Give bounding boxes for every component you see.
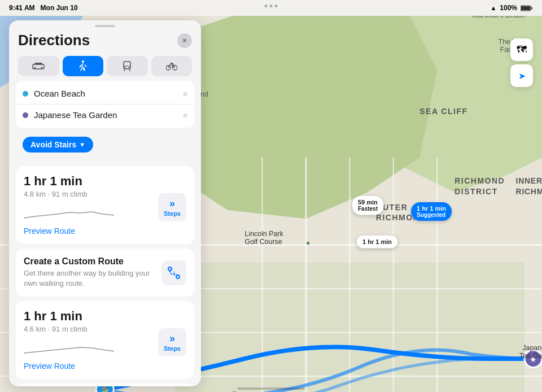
chevron-down-icon: ▼: [79, 141, 85, 148]
location-icon: ➤: [518, 71, 526, 81]
svg-rect-1: [521, 6, 530, 10]
svg-point-66: [176, 275, 180, 278]
avoid-stairs-label: Avoid Stairs: [30, 140, 76, 149]
transport-car-tab[interactable]: [18, 56, 59, 76]
transit-icon: [122, 61, 132, 71]
steps-button-1[interactable]: » Steps: [158, 193, 186, 221]
svg-point-65: [168, 267, 172, 271]
svg-text:Golf Course: Golf Course: [245, 238, 282, 246]
end-location: Japanese Tea Garden: [34, 110, 183, 120]
transport-tabs: [9, 51, 201, 81]
svg-text:DISTRICT: DISTRICT: [454, 187, 498, 196]
suggested-callout[interactable]: 1 hr 1 min Suggested: [411, 202, 452, 221]
steps-label-2: Steps: [164, 345, 181, 352]
svg-text:●: ●: [306, 239, 310, 247]
directions-panel: Directions ×: [9, 20, 201, 386]
end-drag-handle: ≡: [183, 111, 187, 120]
preview-route-2-link[interactable]: Preview Route: [24, 361, 75, 371]
avoid-stairs-button[interactable]: Avoid Stairs ▼: [23, 137, 93, 153]
end-dot: [23, 112, 28, 118]
preview-route-1-link[interactable]: Preview Route: [24, 227, 75, 236]
suggested-time: 1 hr 1 min: [417, 205, 446, 212]
route-1-elevation: [24, 204, 114, 222]
close-button[interactable]: ×: [177, 33, 192, 48]
svg-text:Marshall's Beach: Marshall's Beach: [472, 16, 525, 19]
top-dots: [265, 5, 278, 7]
elevation-chart-1: [24, 204, 114, 221]
start-input-row[interactable]: Ocean Beach ≡: [16, 83, 194, 104]
route-inputs: Ocean Beach ≡ Japanese Tea Garden ≡: [16, 81, 194, 128]
end-input-row[interactable]: Japanese Tea Garden ≡: [16, 104, 194, 125]
battery-level: 100%: [500, 4, 517, 12]
status-time: 9:41 AM Mon Jun 10: [9, 4, 78, 12]
svg-point-60: [129, 67, 130, 68]
panel-title: Directions: [18, 32, 90, 49]
home-indicator: [237, 387, 305, 390]
route-2-elevation: [24, 339, 114, 357]
elevation-chart-2: [24, 339, 114, 356]
panel-header: Directions ×: [9, 27, 201, 51]
svg-point-56: [82, 60, 84, 63]
steps-button-2[interactable]: » Steps: [158, 328, 186, 356]
route-2-detail: 4.6 km · 91 m climb: [24, 325, 114, 333]
map-layers-icon: 🗺: [517, 44, 527, 56]
battery-icon: [521, 5, 533, 11]
custom-route-icon: [161, 260, 186, 285]
route-card-3[interactable]: 59 min 4.6 km · 91 m climb » Steps: [16, 384, 194, 386]
steps-chevron-icon-1: »: [169, 198, 175, 210]
custom-route-svg: [167, 265, 181, 280]
svg-point-67: [173, 271, 176, 274]
svg-point-59: [125, 67, 126, 68]
location-button[interactable]: ➤: [510, 64, 533, 87]
suggested-label: Suggested: [417, 212, 446, 218]
steps-chevron-icon-2: »: [169, 333, 175, 345]
route-2-time: 1 hr 1 min: [24, 309, 114, 324]
start-dot: [23, 91, 28, 97]
custom-route-desc: Get there another way by building your o…: [24, 268, 155, 289]
svg-rect-2: [531, 7, 532, 9]
walk-icon: [79, 60, 87, 72]
transport-bike-tab[interactable]: [151, 56, 193, 76]
map-button-group: 🗺 ➤: [510, 38, 533, 87]
plain-time: 1 hr 1 min: [362, 238, 392, 245]
svg-text:Japanese: Japanese: [522, 344, 542, 352]
map-layers-button[interactable]: 🗺: [510, 38, 533, 61]
fastest-time: 59 min: [358, 199, 378, 206]
start-location: Ocean Beach: [34, 89, 183, 98]
start-drag-handle: ≡: [183, 89, 187, 98]
transport-walk-tab[interactable]: [63, 56, 104, 76]
route-1-time: 1 hr 1 min: [24, 174, 114, 189]
status-bar: 9:41 AM Mon Jun 10 ▲ 100%: [0, 0, 542, 16]
svg-line-61: [124, 70, 125, 71]
svg-text:Lincoln Park: Lincoln Park: [245, 230, 284, 238]
steps-label-1: Steps: [164, 210, 181, 217]
routes-list: 1 hr 1 min 4.8 km · 91 m climb Preview R…: [9, 159, 201, 386]
svg-text:RICHMOND: RICHMOND: [516, 187, 542, 196]
car-icon: [32, 62, 45, 71]
wifi-icon: ▲: [490, 5, 496, 11]
svg-text:SEA CLIFF: SEA CLIFF: [419, 107, 467, 116]
svg-text:Tea Garden: Tea Garden: [519, 352, 542, 360]
fastest-label: Fastest: [358, 206, 378, 212]
svg-line-62: [129, 70, 130, 71]
bike-icon: [166, 62, 177, 71]
status-right: ▲ 100%: [490, 4, 533, 12]
fastest-callout[interactable]: 59 min Fastest: [352, 195, 384, 215]
route-1-detail: 4.8 km · 91 m climb: [24, 190, 114, 198]
plain-callout[interactable]: 1 hr 1 min: [356, 235, 398, 249]
svg-text:INNER: INNER: [516, 176, 542, 185]
svg-text:RICHMOND: RICHMOND: [454, 176, 505, 185]
route-card-2[interactable]: 1 hr 1 min 4.6 km · 91 m climb Preview R…: [16, 301, 194, 379]
custom-route-title: Create a Custom Route: [24, 256, 155, 267]
route-card-1[interactable]: 1 hr 1 min 4.8 km · 91 m climb Preview R…: [16, 166, 194, 244]
transport-transit-tab[interactable]: [107, 56, 148, 76]
custom-route-card[interactable]: Create a Custom Route Get there another …: [16, 249, 194, 297]
